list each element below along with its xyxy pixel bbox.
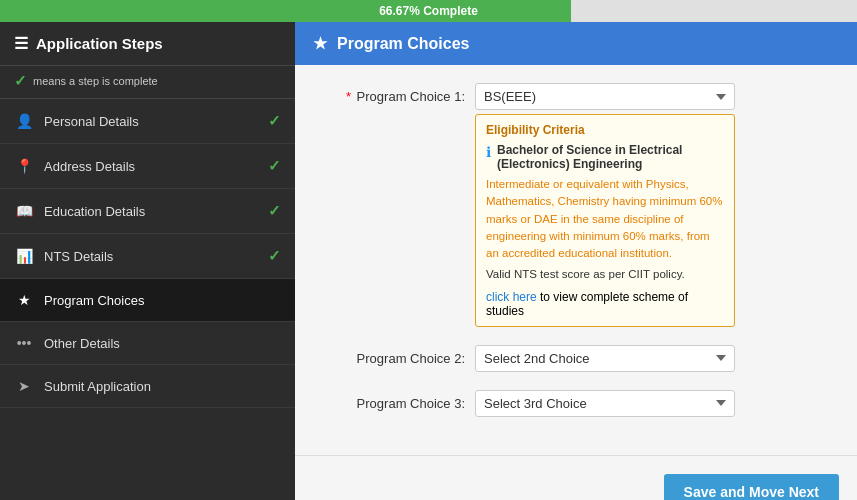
- eligibility-info-row: ℹ Bachelor of Science in Electrical (Ele…: [486, 143, 724, 171]
- sidebar-item-other-details[interactable]: ••• Other Details: [0, 322, 295, 365]
- choice3-label: Program Choice 3:: [335, 390, 465, 411]
- choice1-label: * Program Choice 1:: [335, 83, 465, 104]
- nts-checkmark: ✓: [268, 247, 281, 265]
- save-and-move-next-button[interactable]: Save and Move Next: [664, 474, 839, 501]
- button-row: Save and Move Next: [295, 466, 857, 501]
- book-icon: 📖: [14, 203, 34, 219]
- eligibility-title: Bachelor of Science in Electrical (Elect…: [497, 143, 724, 171]
- content-header: ★ Program Choices: [295, 22, 857, 65]
- sidebar: ☰ Application Steps ✓ means a step is co…: [0, 22, 295, 500]
- sidebar-item-nts-left: 📊 NTS Details: [14, 248, 113, 264]
- sidebar-item-program-left: ★ Program Choices: [14, 292, 144, 308]
- eligibility-nts-text: Valid NTS test score as per CIIT policy.: [486, 266, 724, 283]
- eligibility-box: Eligibility Criteria ℹ Bachelor of Scien…: [475, 114, 735, 327]
- education-checkmark: ✓: [268, 202, 281, 220]
- program-choice-2-row: Program Choice 2: Select 2nd Choice: [335, 345, 827, 372]
- program-choice-3-select[interactable]: Select 3rd Choice: [475, 390, 735, 417]
- progress-bar-fill: [0, 0, 571, 22]
- sidebar-item-nts-details[interactable]: 📊 NTS Details ✓: [0, 234, 295, 279]
- sidebar-item-other-left: ••• Other Details: [14, 335, 120, 351]
- content-header-label: Program Choices: [337, 35, 469, 53]
- info-icon: ℹ: [486, 144, 491, 160]
- arrow-icon: ➤: [14, 378, 34, 394]
- sidebar-item-education-label: Education Details: [44, 204, 145, 219]
- choice3-field: Select 3rd Choice: [475, 390, 827, 417]
- sidebar-item-personal-details[interactable]: 👤 Personal Details ✓: [0, 99, 295, 144]
- location-icon: 📍: [14, 158, 34, 174]
- sidebar-item-program-label: Program Choices: [44, 293, 144, 308]
- checkmark-hint-icon: ✓: [14, 72, 27, 90]
- sidebar-item-submit-left: ➤ Submit Application: [14, 378, 151, 394]
- dots-icon: •••: [14, 335, 34, 351]
- sidebar-item-education-details[interactable]: 📖 Education Details ✓: [0, 189, 295, 234]
- person-icon: 👤: [14, 113, 34, 129]
- content-area: ★ Program Choices * Program Choice 1: BS…: [295, 22, 857, 500]
- program-choice-3-row: Program Choice 3: Select 3rd Choice: [335, 390, 827, 417]
- sidebar-item-education-left: 📖 Education Details: [14, 203, 145, 219]
- program-choice-2-select[interactable]: Select 2nd Choice: [475, 345, 735, 372]
- progress-bar-label: 66.67% Complete: [379, 4, 478, 18]
- sidebar-hint-label: means a step is complete: [33, 75, 158, 87]
- eligibility-body-text: Intermediate or equivalent with Physics,…: [486, 176, 724, 262]
- sidebar-item-personal-label: Personal Details: [44, 114, 139, 129]
- required-star: *: [346, 89, 351, 104]
- eligibility-link-row: click here to view complete scheme of st…: [486, 290, 724, 318]
- form-area: * Program Choice 1: BS(EEE) BS(CS) BS(ME…: [295, 65, 857, 445]
- star-icon: ★: [14, 292, 34, 308]
- sidebar-item-submit-label: Submit Application: [44, 379, 151, 394]
- sidebar-item-nts-label: NTS Details: [44, 249, 113, 264]
- personal-checkmark: ✓: [268, 112, 281, 130]
- sidebar-item-other-label: Other Details: [44, 336, 120, 351]
- program-choice-1-select[interactable]: BS(EEE) BS(CS) BS(ME) BS(CE): [475, 83, 735, 110]
- sidebar-header: ☰ Application Steps: [0, 22, 295, 66]
- scheme-of-studies-link[interactable]: click here: [486, 290, 537, 304]
- main-layout: ☰ Application Steps ✓ means a step is co…: [0, 22, 857, 500]
- program-choice-1-row: * Program Choice 1: BS(EEE) BS(CS) BS(ME…: [335, 83, 827, 327]
- sidebar-item-address-label: Address Details: [44, 159, 135, 174]
- sidebar-hint: ✓ means a step is complete: [0, 66, 295, 99]
- sidebar-item-program-choices[interactable]: ★ Program Choices: [0, 279, 295, 322]
- sidebar-header-label: Application Steps: [36, 35, 163, 52]
- form-divider: [295, 455, 857, 456]
- eligibility-header: Eligibility Criteria: [486, 123, 724, 137]
- progress-bar-container: 66.67% Complete: [0, 0, 857, 22]
- choice2-field: Select 2nd Choice: [475, 345, 827, 372]
- content-header-star-icon: ★: [313, 34, 327, 53]
- hamburger-icon: ☰: [14, 34, 28, 53]
- choice2-label: Program Choice 2:: [335, 345, 465, 366]
- sidebar-item-submit-application[interactable]: ➤ Submit Application: [0, 365, 295, 408]
- sidebar-item-address-details[interactable]: 📍 Address Details ✓: [0, 144, 295, 189]
- sidebar-item-personal-left: 👤 Personal Details: [14, 113, 139, 129]
- choice1-field: BS(EEE) BS(CS) BS(ME) BS(CE) Eligibility…: [475, 83, 827, 327]
- address-checkmark: ✓: [268, 157, 281, 175]
- bar-chart-icon: 📊: [14, 248, 34, 264]
- sidebar-item-address-left: 📍 Address Details: [14, 158, 135, 174]
